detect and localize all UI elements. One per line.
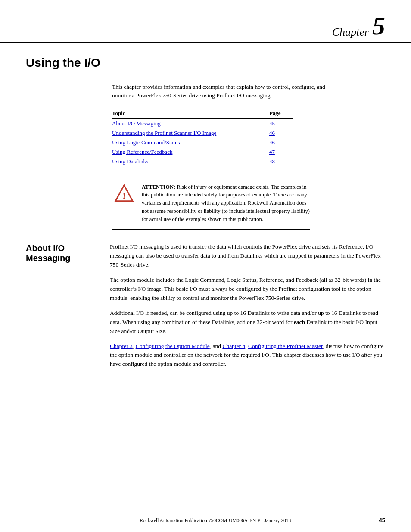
chapter-label: Chapter (332, 26, 369, 39)
toc-page-cell: 47 (261, 147, 293, 157)
page: Chapter 5 Using the I/O This chapter pro… (0, 0, 411, 532)
about-section: About I/O Messaging Profinet I/O messagi… (26, 243, 385, 375)
toc-page-link[interactable]: 48 (269, 158, 275, 165)
toc-topic-link[interactable]: Understanding the Profinet Scanner I/O I… (112, 130, 216, 136)
toc-page-link[interactable]: 45 (269, 120, 275, 127)
svg-text:!: ! (122, 190, 126, 201)
toc-row: About I/O Messaging45 (112, 118, 293, 128)
warning-triangle-icon: ! (114, 183, 134, 203)
intro-paragraph: This chapter provides information and ex… (112, 83, 345, 100)
toc-topic-cell: Using Reference/Feedback (112, 147, 261, 157)
attention-label: ATTENTION: (142, 184, 175, 190)
about-heading: About I/O Messaging (26, 243, 110, 263)
toc-page-link[interactable]: 47 (269, 149, 275, 155)
toc-row: Using Reference/Feedback47 (112, 147, 293, 157)
chapter-number: 5 (372, 13, 385, 39)
toc-col-page: Page (261, 108, 293, 119)
toc-row: Using Logic Command/Status46 (112, 138, 293, 147)
footer-center-text: Rockwell Automation Publication 750COM-U… (52, 518, 379, 523)
toc-topic-link[interactable]: Using Reference/Feedback (112, 149, 172, 155)
about-para-1: Profinet I/O messaging is used to transf… (110, 243, 385, 270)
toc-topic-link[interactable]: Using Datalinks (112, 158, 148, 165)
toc-col-topic: Topic (112, 108, 261, 119)
footer-page-number: 45 (379, 517, 385, 523)
toc-row: Understanding the Profinet Scanner I/O I… (112, 128, 293, 138)
toc-topic-link[interactable]: About I/O Messaging (112, 120, 161, 127)
configuring-profinet-master-link[interactable]: Configuring the Profinet Master (248, 343, 323, 349)
footer: Rockwell Automation Publication 750COM-U… (0, 513, 411, 523)
warning-icon: ! (112, 183, 136, 203)
about-para-3: Additional I/O if needed, can be configu… (110, 309, 385, 336)
chapter3-link[interactable]: Chapter 3 (110, 343, 133, 349)
toc-topic-cell: Using Datalinks (112, 157, 261, 166)
about-left-col: About I/O Messaging (26, 243, 110, 375)
toc-topic-cell: About I/O Messaging (112, 118, 261, 128)
page-title: Using the I/O (26, 56, 385, 70)
each-bold: each (294, 319, 305, 325)
configuring-option-module-link[interactable]: Configuring the Option Module (136, 343, 210, 349)
chapter4-link[interactable]: Chapter 4 (222, 343, 245, 349)
main-content: Using the I/O This chapter provides info… (0, 56, 411, 375)
attention-text: ATTENTION: Risk of injury or equipment d… (142, 183, 310, 224)
about-para-2: The option module includes the Logic Com… (110, 276, 385, 303)
toc-row: Using Datalinks48 (112, 157, 293, 166)
toc-page-link[interactable]: 46 (269, 130, 275, 136)
attention-box: ! ATTENTION: Risk of injury or equipment… (112, 177, 310, 230)
toc-page-cell: 45 (261, 118, 293, 128)
toc-page-link[interactable]: 46 (269, 139, 275, 146)
chapter-header: Chapter 5 (0, 0, 411, 43)
toc-page-cell: 46 (261, 138, 293, 147)
toc-topic-cell: Understanding the Profinet Scanner I/O I… (112, 128, 261, 138)
toc-topic-link[interactable]: Using Logic Command/Status (112, 139, 180, 146)
about-right-col: Profinet I/O messaging is used to transf… (110, 243, 385, 375)
toc-page-cell: 46 (261, 128, 293, 138)
toc-table: Topic Page About I/O Messaging45Understa… (112, 108, 293, 166)
toc-topic-cell: Using Logic Command/Status (112, 138, 261, 147)
toc-page-cell: 48 (261, 157, 293, 166)
about-para-4: Chapter 3, Configuring the Option Module… (110, 342, 385, 369)
